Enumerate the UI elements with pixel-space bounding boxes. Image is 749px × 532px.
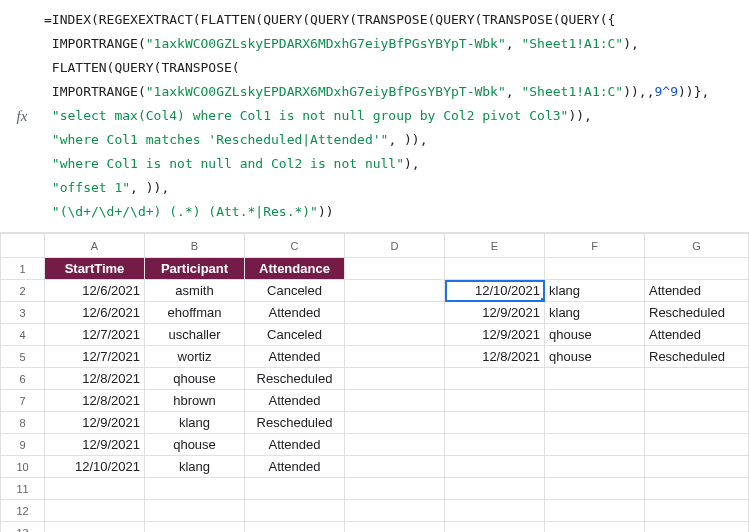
cell-F11[interactable]	[545, 478, 645, 500]
cell-B1[interactable]: Participant	[145, 258, 245, 280]
cell-C9[interactable]: Attended	[245, 434, 345, 456]
cell-B8[interactable]: klang	[145, 412, 245, 434]
cell-D3[interactable]	[345, 302, 445, 324]
cell-G6[interactable]	[645, 368, 749, 390]
cell-D8[interactable]	[345, 412, 445, 434]
row-header[interactable]: 10	[1, 456, 45, 478]
cell-D10[interactable]	[345, 456, 445, 478]
cell-C11[interactable]	[245, 478, 345, 500]
cell-D1[interactable]	[345, 258, 445, 280]
cell-B5[interactable]: wortiz	[145, 346, 245, 368]
cell-B7[interactable]: hbrown	[145, 390, 245, 412]
cell-E10[interactable]	[445, 456, 545, 478]
cell-B2[interactable]: asmith	[145, 280, 245, 302]
cell-G12[interactable]	[645, 500, 749, 522]
cell-G4[interactable]: Attended	[645, 324, 749, 346]
formula-input[interactable]: =INDEX(REGEXEXTRACT(FLATTEN(QUERY(QUERY(…	[44, 8, 749, 224]
cell-D4[interactable]	[345, 324, 445, 346]
cell-F9[interactable]	[545, 434, 645, 456]
cell-C10[interactable]: Attended	[245, 456, 345, 478]
column-header-b[interactable]: B	[145, 234, 245, 258]
cell-E8[interactable]	[445, 412, 545, 434]
row-header[interactable]: 5	[1, 346, 45, 368]
cell-D5[interactable]	[345, 346, 445, 368]
cell-D11[interactable]	[345, 478, 445, 500]
cell-A12[interactable]	[45, 500, 145, 522]
cell-G7[interactable]	[645, 390, 749, 412]
row-header[interactable]: 8	[1, 412, 45, 434]
cell-C3[interactable]: Attended	[245, 302, 345, 324]
cell-F13[interactable]	[545, 522, 645, 533]
cell-C13[interactable]	[245, 522, 345, 533]
cell-D2[interactable]	[345, 280, 445, 302]
cell-F8[interactable]	[545, 412, 645, 434]
row-header[interactable]: 3	[1, 302, 45, 324]
cell-E2[interactable]: 12/10/2021	[445, 280, 545, 302]
column-header-g[interactable]: G	[645, 234, 749, 258]
cell-G5[interactable]: Rescheduled	[645, 346, 749, 368]
cell-A13[interactable]	[45, 522, 145, 533]
row-header[interactable]: 12	[1, 500, 45, 522]
cell-G9[interactable]	[645, 434, 749, 456]
cell-B13[interactable]	[145, 522, 245, 533]
cell-G13[interactable]	[645, 522, 749, 533]
cell-B9[interactable]: qhouse	[145, 434, 245, 456]
corner-cell[interactable]	[1, 234, 45, 258]
cell-A6[interactable]: 12/8/2021	[45, 368, 145, 390]
cell-A11[interactable]	[45, 478, 145, 500]
cell-G11[interactable]	[645, 478, 749, 500]
cell-E6[interactable]	[445, 368, 545, 390]
cell-G8[interactable]	[645, 412, 749, 434]
cell-B6[interactable]: qhouse	[145, 368, 245, 390]
cell-G2[interactable]: Attended	[645, 280, 749, 302]
cell-E12[interactable]	[445, 500, 545, 522]
cell-E7[interactable]	[445, 390, 545, 412]
cell-C5[interactable]: Attended	[245, 346, 345, 368]
cell-D9[interactable]	[345, 434, 445, 456]
cell-E11[interactable]	[445, 478, 545, 500]
cell-C12[interactable]	[245, 500, 345, 522]
cell-A9[interactable]: 12/9/2021	[45, 434, 145, 456]
cell-A4[interactable]: 12/7/2021	[45, 324, 145, 346]
row-header[interactable]: 11	[1, 478, 45, 500]
cell-B3[interactable]: ehoffman	[145, 302, 245, 324]
cell-E1[interactable]	[445, 258, 545, 280]
row-header[interactable]: 4	[1, 324, 45, 346]
cell-A3[interactable]: 12/6/2021	[45, 302, 145, 324]
column-header-e[interactable]: E	[445, 234, 545, 258]
cell-G10[interactable]	[645, 456, 749, 478]
cell-C4[interactable]: Canceled	[245, 324, 345, 346]
spreadsheet-grid[interactable]: ABCDEFG 1StartTimeParticipantAttendance2…	[0, 233, 749, 532]
cell-A8[interactable]: 12/9/2021	[45, 412, 145, 434]
row-header[interactable]: 2	[1, 280, 45, 302]
cell-E4[interactable]: 12/9/2021	[445, 324, 545, 346]
cell-F10[interactable]	[545, 456, 645, 478]
cell-B11[interactable]	[145, 478, 245, 500]
cell-F2[interactable]: klang	[545, 280, 645, 302]
cell-F7[interactable]	[545, 390, 645, 412]
cell-F3[interactable]: klang	[545, 302, 645, 324]
row-header[interactable]: 13	[1, 522, 45, 533]
cell-F4[interactable]: qhouse	[545, 324, 645, 346]
column-header-a[interactable]: A	[45, 234, 145, 258]
row-header[interactable]: 1	[1, 258, 45, 280]
cell-D6[interactable]	[345, 368, 445, 390]
cell-F5[interactable]: qhouse	[545, 346, 645, 368]
cell-E13[interactable]	[445, 522, 545, 533]
cell-F1[interactable]	[545, 258, 645, 280]
column-header-f[interactable]: F	[545, 234, 645, 258]
selection-handle[interactable]	[541, 298, 545, 302]
cell-A10[interactable]: 12/10/2021	[45, 456, 145, 478]
cell-A5[interactable]: 12/7/2021	[45, 346, 145, 368]
row-header[interactable]: 6	[1, 368, 45, 390]
cell-F12[interactable]	[545, 500, 645, 522]
cell-C7[interactable]: Attended	[245, 390, 345, 412]
cell-C8[interactable]: Rescheduled	[245, 412, 345, 434]
cell-C1[interactable]: Attendance	[245, 258, 345, 280]
cell-C2[interactable]: Canceled	[245, 280, 345, 302]
cell-F6[interactable]	[545, 368, 645, 390]
cell-G1[interactable]	[645, 258, 749, 280]
row-header[interactable]: 9	[1, 434, 45, 456]
cell-E9[interactable]	[445, 434, 545, 456]
cell-B4[interactable]: uschaller	[145, 324, 245, 346]
